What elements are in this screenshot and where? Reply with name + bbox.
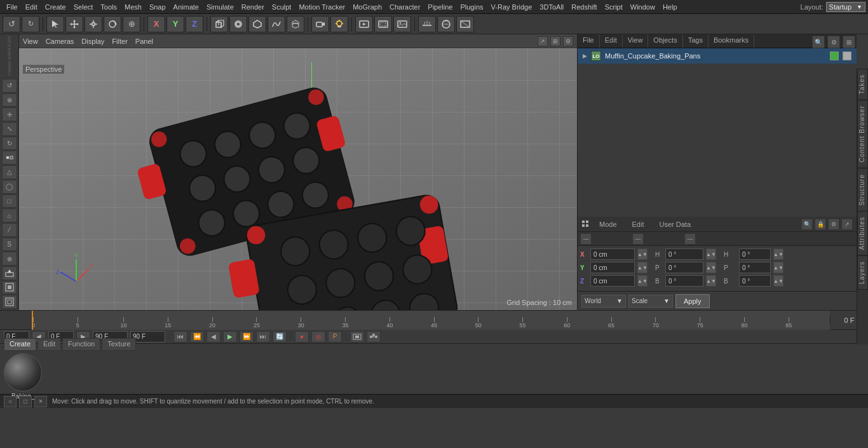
vp-icon-maximize[interactable]: ↗ [538,36,548,46]
spline-btn[interactable] [268,16,285,32]
rp-menu-objects[interactable]: Objects [648,34,682,48]
coord-scale-y-input[interactable] [739,262,771,273]
vp-menu-filter[interactable]: Filter [112,37,127,45]
object-color-dot-gray[interactable] [843,51,851,60]
menu-script[interactable]: Script [601,2,627,12]
coord-scale-x-spinner[interactable]: ▲▼ [773,248,783,260]
mat-tab-function[interactable]: Function [62,338,100,351]
deformer-btn[interactable] [287,16,304,32]
attr-expand-btn[interactable]: ↗ [841,219,853,230]
menu-sculpt[interactable]: Sculpt [268,2,295,12]
coord-pos-y-spinner[interactable]: ▲▼ [637,262,648,273]
coord-pos-z-spinner[interactable]: ▲▼ [637,275,648,287]
left-tool-5[interactable] [2,151,17,165]
menu-3dtoall[interactable]: 3DToAll [536,2,567,12]
left-tool-11[interactable]: S [2,238,17,252]
vp-icon-settings[interactable]: ⚙ [563,36,573,46]
light-btn[interactable] [330,16,348,32]
left-tool-7[interactable]: ◯ [2,180,17,194]
attr-tab-edit[interactable]: Edit [627,219,649,229]
left-tool-6[interactable]: △ [2,165,17,179]
vtab-takes[interactable]: Takes [857,69,868,100]
menu-tools[interactable]: Tools [97,2,121,12]
left-tool-13[interactable] [2,266,17,280]
attr-tab-userdata[interactable]: User Data [654,219,696,229]
rp-menu-edit[interactable]: Edit [600,34,623,48]
live-selection-tool[interactable]: ⊕ [123,16,140,32]
mat-tab-create[interactable]: Create [4,338,36,351]
viewport-3d[interactable]: View Cameras Display Filter Panel ↗ ⊞ ⚙ [19,34,577,310]
menu-edit[interactable]: Edit [22,2,41,12]
camera-btn[interactable] [311,16,329,32]
background-btn[interactable] [456,16,474,32]
rp-search-btn[interactable]: 🔍 [812,36,825,48]
coord-rot-h-spinner[interactable]: ▲▼ [706,248,716,260]
vp-icon-split[interactable]: ⊞ [550,36,560,46]
left-tool-4[interactable]: ↻ [2,137,17,151]
object-tree-item[interactable]: ▶ LO Muffin_Cupcake_Baking_Pans [578,48,857,64]
vtab-layers[interactable]: Layers [857,255,868,290]
attr-search-btn[interactable]: 🔍 [801,219,813,230]
menu-snap[interactable]: Snap [146,2,170,12]
left-tool-1[interactable]: ⊕ [2,93,17,107]
menu-pipeline[interactable]: Pipeline [424,2,456,12]
rp-menu-tags[interactable]: Tags [683,34,709,48]
material-item-baking[interactable]: Baking_ [4,353,42,400]
apply-button[interactable]: Apply [675,294,710,308]
rotate-tool[interactable] [104,16,121,32]
live-select-tool[interactable] [46,16,64,32]
coord-scale-z-input[interactable] [739,275,771,287]
status-icon-square[interactable]: □ [19,396,32,407]
coord-pos-z-input[interactable] [590,275,635,287]
rp-settings-btn[interactable]: ⚙ [827,36,840,48]
scale-dropdown[interactable]: Scale ▼ [628,295,673,308]
attr-settings-btn[interactable]: ⚙ [828,219,839,230]
left-tool-9[interactable]: ⌂ [2,208,17,222]
coord-rot-b-spinner[interactable]: ▲▼ [706,275,716,287]
render-settings-btn[interactable] [355,16,373,32]
mat-tab-edit[interactable]: Edit [37,338,61,351]
undo-button[interactable]: ↺ [3,16,20,32]
y-axis-btn[interactable]: Y [166,16,184,32]
coord-pos-y-input[interactable] [590,262,635,273]
floor-btn[interactable] [418,16,436,32]
coord-rot-b-input[interactable] [665,275,703,287]
menu-redshift[interactable]: Redshift [567,2,600,12]
menu-simulate[interactable]: Simulate [203,2,238,12]
coord-scale-x-input[interactable] [739,248,771,260]
vtab-content-browser[interactable]: Content Browser [857,100,868,168]
vtab-structure[interactable]: Structure [857,168,868,212]
coord-scale-y-spinner[interactable]: ▲▼ [773,262,783,273]
polygon-btn[interactable] [248,16,266,32]
redo-button[interactable]: ↻ [22,16,39,32]
menu-create[interactable]: Create [41,2,70,12]
sky-btn[interactable] [437,16,455,32]
cube-object-btn[interactable] [210,16,228,32]
object-color-dot-green[interactable] [830,51,839,60]
z-axis-btn[interactable]: Z [186,16,203,32]
nurbs-btn[interactable] [229,16,247,32]
mat-tab-texture[interactable]: Texture [102,338,136,351]
left-tool-14[interactable] [2,281,17,295]
coord-pos-x-input[interactable] [590,248,635,260]
coord-rot-p-input[interactable] [665,262,703,273]
material-sphere-baking[interactable] [4,353,42,391]
attr-lock-btn[interactable]: 🔒 [815,219,826,230]
coord-rot-h-input[interactable] [665,248,703,260]
left-tool-8[interactable]: □ [2,194,17,208]
menu-mesh[interactable]: Mesh [121,2,146,12]
rp-menu-file[interactable]: File [578,34,600,48]
status-icon-circle[interactable]: ○ [4,396,17,407]
menu-character[interactable]: Character [386,2,424,12]
vp-menu-cameras[interactable]: Cameras [46,37,74,45]
move-tool[interactable] [65,16,83,32]
timeline-playhead[interactable] [32,311,33,330]
vtab-attributes[interactable]: Attributes [857,211,868,255]
coord-pos-x-spinner[interactable]: ▲▼ [637,248,648,260]
world-dropdown[interactable]: World ▼ [581,295,626,308]
vp-menu-view[interactable]: View [23,37,38,45]
x-axis-btn[interactable]: X [147,16,165,32]
vp-menu-panel[interactable]: Panel [135,37,153,45]
vp-menu-display[interactable]: Display [81,37,104,45]
menu-animate[interactable]: Animate [170,2,203,12]
